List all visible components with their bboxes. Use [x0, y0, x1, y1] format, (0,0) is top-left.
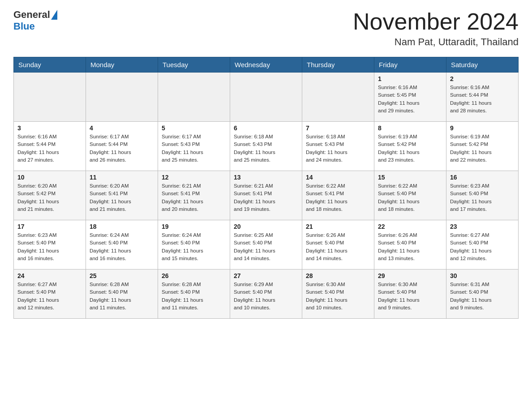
day-number: 16	[450, 174, 515, 181]
day-info: Sunrise: 6:23 AM Sunset: 5:40 PM Dayligh…	[17, 231, 82, 262]
calendar-cell: 24Sunrise: 6:27 AM Sunset: 5:40 PM Dayli…	[14, 270, 86, 319]
calendar-cell: 8Sunrise: 6:19 AM Sunset: 5:42 PM Daylig…	[374, 122, 446, 171]
calendar-cell: 19Sunrise: 6:24 AM Sunset: 5:40 PM Dayli…	[158, 220, 230, 270]
day-info: Sunrise: 6:16 AM Sunset: 5:44 PM Dayligh…	[450, 84, 515, 115]
day-of-week-header: Friday	[374, 57, 446, 73]
calendar-cell	[86, 73, 158, 122]
day-number: 15	[378, 174, 442, 181]
title-section: November 2024 Nam Pat, Uttaradit, Thaila…	[353, 9, 519, 48]
calendar-cell: 15Sunrise: 6:22 AM Sunset: 5:40 PM Dayli…	[374, 171, 446, 220]
day-number: 18	[90, 223, 154, 230]
day-number: 29	[378, 272, 442, 279]
day-number: 24	[17, 272, 82, 279]
day-number: 30	[450, 272, 515, 279]
day-info: Sunrise: 6:21 AM Sunset: 5:41 PM Dayligh…	[162, 182, 226, 213]
calendar-header-row: SundayMondayTuesdayWednesdayThursdayFrid…	[14, 57, 519, 73]
day-info: Sunrise: 6:20 AM Sunset: 5:42 PM Dayligh…	[17, 182, 82, 213]
day-number: 14	[306, 174, 370, 181]
logo-general-text: General	[13, 9, 50, 21]
day-info: Sunrise: 6:19 AM Sunset: 5:42 PM Dayligh…	[378, 133, 442, 164]
calendar-cell: 2Sunrise: 6:16 AM Sunset: 5:44 PM Daylig…	[446, 73, 519, 122]
day-info: Sunrise: 6:22 AM Sunset: 5:41 PM Dayligh…	[306, 182, 370, 213]
day-info: Sunrise: 6:28 AM Sunset: 5:40 PM Dayligh…	[162, 281, 226, 312]
calendar-cell: 4Sunrise: 6:17 AM Sunset: 5:44 PM Daylig…	[86, 122, 158, 171]
calendar-cell: 7Sunrise: 6:18 AM Sunset: 5:43 PM Daylig…	[302, 122, 374, 171]
calendar-cell: 11Sunrise: 6:20 AM Sunset: 5:41 PM Dayli…	[86, 171, 158, 220]
day-number: 22	[378, 223, 442, 230]
day-number: 17	[17, 223, 82, 230]
day-info: Sunrise: 6:27 AM Sunset: 5:40 PM Dayligh…	[450, 231, 515, 262]
day-info: Sunrise: 6:30 AM Sunset: 5:40 PM Dayligh…	[306, 281, 370, 312]
day-number: 4	[90, 124, 154, 132]
day-info: Sunrise: 6:17 AM Sunset: 5:44 PM Dayligh…	[90, 133, 154, 164]
page-header: General Blue November 2024 Nam Pat, Utta…	[13, 9, 519, 48]
day-of-week-header: Tuesday	[158, 57, 230, 73]
calendar-week-row: 17Sunrise: 6:23 AM Sunset: 5:40 PM Dayli…	[14, 220, 519, 270]
day-info: Sunrise: 6:28 AM Sunset: 5:40 PM Dayligh…	[90, 281, 154, 312]
day-of-week-header: Saturday	[446, 57, 519, 73]
logo: General Blue	[13, 9, 57, 32]
calendar-cell	[230, 73, 302, 122]
day-info: Sunrise: 6:29 AM Sunset: 5:40 PM Dayligh…	[234, 281, 298, 312]
day-info: Sunrise: 6:23 AM Sunset: 5:40 PM Dayligh…	[450, 182, 515, 213]
day-number: 23	[450, 223, 515, 230]
day-number: 9	[450, 124, 515, 132]
calendar-cell: 6Sunrise: 6:18 AM Sunset: 5:43 PM Daylig…	[230, 122, 302, 171]
calendar-cell: 25Sunrise: 6:28 AM Sunset: 5:40 PM Dayli…	[86, 270, 158, 319]
day-number: 10	[17, 174, 82, 181]
calendar-cell: 10Sunrise: 6:20 AM Sunset: 5:42 PM Dayli…	[14, 171, 86, 220]
calendar-cell: 14Sunrise: 6:22 AM Sunset: 5:41 PM Dayli…	[302, 171, 374, 220]
day-info: Sunrise: 6:21 AM Sunset: 5:41 PM Dayligh…	[234, 182, 298, 213]
calendar-cell: 20Sunrise: 6:25 AM Sunset: 5:40 PM Dayli…	[230, 220, 302, 270]
calendar-cell: 16Sunrise: 6:23 AM Sunset: 5:40 PM Dayli…	[446, 171, 519, 220]
calendar-table: SundayMondayTuesdayWednesdayThursdayFrid…	[13, 57, 519, 319]
day-of-week-header: Monday	[86, 57, 158, 73]
calendar-cell: 17Sunrise: 6:23 AM Sunset: 5:40 PM Dayli…	[14, 220, 86, 270]
calendar-cell	[158, 73, 230, 122]
day-number: 27	[234, 272, 298, 279]
calendar-cell: 13Sunrise: 6:21 AM Sunset: 5:41 PM Dayli…	[230, 171, 302, 220]
calendar-cell: 1Sunrise: 6:16 AM Sunset: 5:45 PM Daylig…	[374, 73, 446, 122]
calendar-cell	[14, 73, 86, 122]
day-number: 20	[234, 223, 298, 230]
calendar-cell: 28Sunrise: 6:30 AM Sunset: 5:40 PM Dayli…	[302, 270, 374, 319]
day-info: Sunrise: 6:20 AM Sunset: 5:41 PM Dayligh…	[90, 182, 154, 213]
day-number: 26	[162, 272, 226, 279]
calendar-cell: 22Sunrise: 6:26 AM Sunset: 5:40 PM Dayli…	[374, 220, 446, 270]
calendar-cell: 5Sunrise: 6:17 AM Sunset: 5:43 PM Daylig…	[158, 122, 230, 171]
calendar-week-row: 1Sunrise: 6:16 AM Sunset: 5:45 PM Daylig…	[14, 73, 519, 122]
day-number: 1	[378, 75, 442, 82]
calendar-cell: 18Sunrise: 6:24 AM Sunset: 5:40 PM Dayli…	[86, 220, 158, 270]
calendar-week-row: 3Sunrise: 6:16 AM Sunset: 5:44 PM Daylig…	[14, 122, 519, 171]
day-info: Sunrise: 6:24 AM Sunset: 5:40 PM Dayligh…	[90, 231, 154, 262]
day-number: 11	[90, 174, 154, 181]
calendar-cell: 26Sunrise: 6:28 AM Sunset: 5:40 PM Dayli…	[158, 270, 230, 319]
day-info: Sunrise: 6:19 AM Sunset: 5:42 PM Dayligh…	[450, 133, 515, 164]
day-info: Sunrise: 6:31 AM Sunset: 5:40 PM Dayligh…	[450, 281, 515, 312]
calendar-cell: 27Sunrise: 6:29 AM Sunset: 5:40 PM Dayli…	[230, 270, 302, 319]
calendar-cell	[302, 73, 374, 122]
day-number: 28	[306, 272, 370, 279]
calendar-cell: 12Sunrise: 6:21 AM Sunset: 5:41 PM Dayli…	[158, 171, 230, 220]
day-info: Sunrise: 6:24 AM Sunset: 5:40 PM Dayligh…	[162, 231, 226, 262]
day-number: 2	[450, 75, 515, 82]
day-info: Sunrise: 6:30 AM Sunset: 5:40 PM Dayligh…	[378, 281, 442, 312]
day-info: Sunrise: 6:25 AM Sunset: 5:40 PM Dayligh…	[234, 231, 298, 262]
calendar-cell: 30Sunrise: 6:31 AM Sunset: 5:40 PM Dayli…	[446, 270, 519, 319]
day-number: 6	[234, 124, 298, 132]
month-year-title: November 2024	[353, 9, 519, 34]
day-info: Sunrise: 6:26 AM Sunset: 5:40 PM Dayligh…	[378, 231, 442, 262]
logo-blue-text: Blue	[13, 21, 35, 32]
calendar-week-row: 24Sunrise: 6:27 AM Sunset: 5:40 PM Dayli…	[14, 270, 519, 319]
day-number: 5	[162, 124, 226, 132]
day-number: 19	[162, 223, 226, 230]
location-text: Nam Pat, Uttaradit, Thailand	[353, 36, 519, 48]
calendar-cell: 29Sunrise: 6:30 AM Sunset: 5:40 PM Dayli…	[374, 270, 446, 319]
day-of-week-header: Sunday	[14, 57, 86, 73]
day-of-week-header: Thursday	[302, 57, 374, 73]
day-number: 13	[234, 174, 298, 181]
day-info: Sunrise: 6:16 AM Sunset: 5:44 PM Dayligh…	[17, 133, 82, 164]
day-info: Sunrise: 6:18 AM Sunset: 5:43 PM Dayligh…	[306, 133, 370, 164]
day-number: 25	[90, 272, 154, 279]
calendar-week-row: 10Sunrise: 6:20 AM Sunset: 5:42 PM Dayli…	[14, 171, 519, 220]
